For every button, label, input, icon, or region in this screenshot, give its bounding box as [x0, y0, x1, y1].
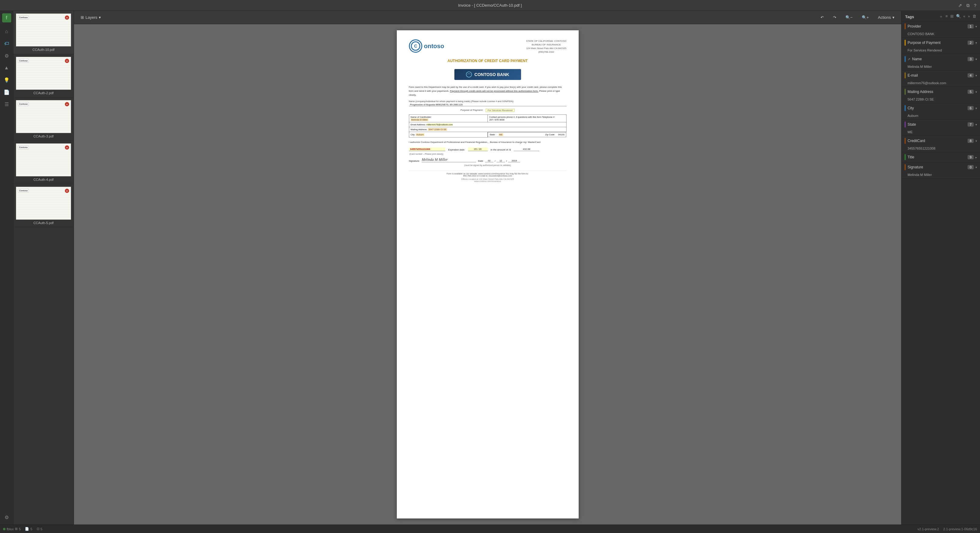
tag-name-0: Provider — [908, 24, 921, 29]
thumb-item-1[interactable]: Contoso ● CCAuth-10.pdf — [13, 11, 74, 54]
tag-count-0: 1 — [967, 24, 974, 29]
thumb-item-3[interactable]: Contoso ● CCAuth-3.pdf — [13, 98, 74, 141]
tag-filter-icon[interactable]: ≡ — [945, 14, 948, 19]
tag-item-5: City6▾Auburn — [902, 103, 980, 120]
contact-area-code: 207 — [489, 118, 493, 121]
cardholder-cell: Name of Cardholder: Melinda M Miller — [409, 115, 488, 122]
doc-logo-text: ontoso — [424, 43, 444, 50]
thumb-logo-5: Contoso — [18, 189, 29, 193]
thumb-logo-1: Contoso — [18, 16, 29, 19]
tag-add-icon[interactable]: ＋ — [939, 14, 943, 19]
thumb-logo-4: Contoso — [18, 145, 29, 149]
contact-prefix: 876 — [495, 118, 499, 121]
nav-search-icon[interactable]: ⚙ — [1, 50, 12, 61]
layers-button[interactable]: ⊞ Layers ▾ — [78, 14, 104, 21]
window-icon[interactable]: ⧉ — [966, 3, 970, 8]
nav-list-icon[interactable]: ☰ — [1, 99, 12, 109]
tag-item-8: Title9▸ — [902, 152, 980, 162]
tag-header-6[interactable]: State7▾ — [902, 120, 980, 129]
build-label: 2.1-preview.1-06d9c16 — [943, 527, 977, 531]
status-app: fblux ⊞ 5 — [3, 527, 21, 531]
tag-value-9: Melinda M Miller — [902, 172, 980, 178]
tag-grid-icon[interactable]: ⊞ — [950, 14, 954, 19]
thumb-badge-5: ● — [65, 189, 69, 193]
thumb-preview-5: Contoso ● — [16, 187, 71, 220]
tag-collapse-icon[interactable]: « — [963, 14, 966, 19]
nav-bulb-icon[interactable]: 💡 — [1, 75, 12, 86]
contact-number: 9008 — [499, 118, 504, 121]
thumb-item-2[interactable]: Contoso ● CCAuth-2.pdf — [13, 54, 74, 98]
tag-chevron-0: ▾ — [975, 25, 977, 28]
tag-name-3: E-mail — [908, 73, 918, 78]
tag-header-3[interactable]: E-mail4▾ — [902, 71, 980, 80]
contact-label: Contact persons phone #, if questions wi… — [489, 116, 555, 118]
tag-chevron-6: ▾ — [975, 123, 977, 126]
nav-tag-icon[interactable]: 🏷 — [1, 38, 12, 49]
layers-icon-status: ⊡ — [37, 527, 40, 531]
doc-header: C ontoso STATE OF CALIFORNIA: CONTOSO BU… — [409, 40, 566, 54]
status-app-count: 5 — [19, 527, 21, 531]
nav-layers-icon[interactable]: ▲ — [1, 62, 12, 73]
tag-link-icon-2[interactable]: ⇗ — [908, 57, 910, 61]
layers-icon: ⊞ — [81, 15, 84, 20]
date-year: 2019 — [508, 159, 520, 162]
thumb-label-1: CCAuth-10.pdf — [16, 48, 71, 51]
amount-label: in the amount of: $ — [491, 148, 511, 151]
document-viewer[interactable]: C ontoso STATE OF CALIFORNIA: CONTOSO BU… — [74, 24, 901, 525]
share-icon[interactable]: ⇗ — [958, 3, 962, 8]
tag-header-7[interactable]: CreditCard8▾ — [902, 136, 980, 146]
tag-name-9: Signature — [908, 165, 923, 169]
tag-chevron-8: ▸ — [975, 155, 977, 159]
tag-header-4[interactable]: Mailing Address5▾ — [902, 87, 980, 97]
redo-button[interactable]: ↷ — [830, 14, 839, 21]
tag-item-7: CreditCard8▾345576551221008 — [902, 136, 980, 152]
state-label: State: — [490, 133, 496, 136]
undo-button[interactable]: ↶ — [818, 14, 827, 21]
tag-count-5: 6 — [967, 106, 974, 110]
tag-header-2[interactable]: ⇗Name3▾ — [902, 54, 980, 64]
cardholder-label: Name of Cardholder: — [411, 116, 432, 118]
state-zip-cell: State: ME Zip Code: 04103 — [488, 132, 566, 137]
help-icon[interactable]: ? — [974, 3, 976, 8]
thumb-item-4[interactable]: Contoso ● CCAuth-4.pdf — [13, 141, 74, 184]
tag-name-4: Mailing Address — [908, 90, 933, 94]
offices-line2: www.contoso.com/insurance — [409, 180, 566, 182]
tag-header-1[interactable]: Purpose of Payment2▾ — [902, 38, 980, 48]
zoom-out-button[interactable]: 🔍− — [842, 14, 856, 21]
tag-header-8[interactable]: Title9▸ — [902, 152, 980, 162]
thumb-label-5: CCAuth-5.pdf — [16, 221, 71, 225]
cardholder-value: Melinda M Miller — [411, 118, 429, 121]
tags-list: Provider1▾CONTOSO BANKPurpose of Payment… — [902, 22, 980, 179]
mailing-cell: Mailing Address: 5647 228th Ct SE — [409, 127, 566, 132]
actions-button[interactable]: Actions ▾ — [875, 14, 897, 21]
thumb-item-5[interactable]: Contoso ● CCAuth-5.pdf — [13, 184, 74, 227]
state-value: ME — [499, 133, 503, 136]
zoom-in-button[interactable]: 🔍+ — [859, 14, 872, 21]
tag-expand-icon[interactable]: » — [968, 14, 970, 19]
tag-header-5[interactable]: City6▾ — [902, 103, 980, 113]
center-area: ⊞ Layers ▾ ↶ ↷ 🔍− 🔍+ Actions ▾ — [74, 11, 901, 525]
sig-hint: (must be signed by authorized person to … — [409, 164, 566, 166]
tag-delete-icon[interactable]: 🗑 — [972, 14, 976, 19]
tag-color-9 — [905, 164, 906, 170]
thumb-label-3: CCAuth-3.pdf — [16, 135, 71, 138]
tag-count-7: 8 — [967, 139, 974, 143]
tag-header-0[interactable]: Provider1▾ — [902, 22, 980, 31]
doc-state-info: STATE OF CALIFORNIA: CONTOSO BUREAU OF I… — [526, 40, 566, 54]
nav-doc-icon[interactable]: 📄 — [1, 87, 12, 98]
tag-search-icon[interactable]: 🔍 — [956, 14, 961, 19]
nav-home-icon[interactable]: ⌂ — [1, 26, 12, 37]
status-dot — [3, 528, 5, 530]
state-line2: BUREAU OF INSURANCE — [526, 43, 566, 47]
main-layout: f ⌂ 🏷 ⚙ ▲ 💡 📄 ☰ ⚙ Contoso ● CCAuth-10.pd… — [0, 11, 980, 525]
tag-header-9[interactable]: Signature0▾ — [902, 162, 980, 172]
doc-purpose-row: Purpose of Payment: For Services Rendere… — [409, 109, 566, 112]
nav-settings-icon[interactable]: ⚙ — [1, 512, 12, 523]
document-page: C ontoso STATE OF CALIFORNIA: CONTOSO BU… — [397, 30, 579, 519]
top-bar-icons: ⇗ ⧉ ? — [958, 3, 976, 8]
offices-line1: Offices Located at 124 Main Street Palo … — [409, 178, 566, 180]
tag-item-1: Purpose of Payment2▾For Services Rendere… — [902, 38, 980, 54]
tag-color-1 — [905, 40, 906, 46]
tag-value-6: ME — [902, 129, 980, 136]
status-layers: ⊡ 5 — [37, 527, 43, 531]
